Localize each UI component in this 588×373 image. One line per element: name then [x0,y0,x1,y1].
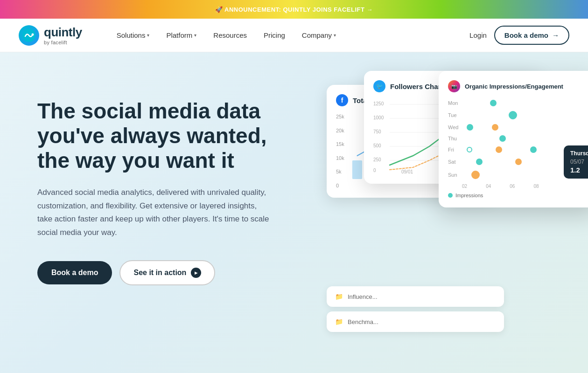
arrow-icon: → [552,31,559,39]
widget-organic-impressions: 📷 Organic Impressions/Engagement Mon Tue [439,71,588,207]
hero-title: The social media data you've always want… [37,99,299,173]
data-dot [499,135,506,142]
bottom-widgets: 📁 Influence... 📁 Benchma... [327,286,504,332]
y-axis: 25k 20k 15k 10k 5k 0 [336,114,344,188]
hero-content: The social media data you've always want… [37,90,299,285]
svg-text:09/01: 09/01 [401,169,413,174]
hero-section: The social media data you've always want… [0,52,588,373]
announcement-text: 🚀 ANNOUNCEMENT: QUINTLY JOINS FACELIFT → [215,6,373,13]
widget-title: Organic Impressions/Engagement [465,83,563,90]
logo-icon [19,25,39,46]
day-row-mon: Mon [448,100,588,106]
hero-description: Advanced social media analytics, deliver… [37,186,271,240]
widget-influence: 📁 Influence... [327,286,504,307]
day-row-wed: Wed [448,124,588,131]
data-dot [530,146,537,153]
svg-text:750: 750 [373,129,381,134]
main-nav: Solutions ▾ Platform ▾ Resources Pricing… [110,28,462,43]
tooltip-day: Thursday [570,150,588,157]
logo-subtitle: by facelift [44,40,82,45]
svg-text:250: 250 [373,157,381,162]
svg-text:1000: 1000 [373,115,384,120]
data-dot [515,159,522,165]
hero-buttons: Book a demo See it in action ▶ [37,260,299,285]
book-demo-hero-button[interactable]: Book a demo [37,261,112,284]
data-dot [490,100,497,106]
twitter-icon: 🐦 [373,80,385,92]
nav-resources[interactable]: Resources [207,28,253,43]
svg-point-1 [32,33,34,35]
chevron-down-icon: ▾ [147,33,149,38]
svg-text:1250: 1250 [373,101,384,106]
data-dot [496,146,502,153]
logo-name: quintly [44,25,82,40]
x-label: 08 [533,184,539,189]
play-icon: ▶ [191,268,201,278]
see-action-button[interactable]: See it in action ▶ [119,260,215,285]
tooltip-date: 05/07 [570,159,588,165]
folder-icon: 📁 [335,318,343,325]
legend-label: Impressions [455,193,483,198]
logo[interactable]: quintly by facelift [19,25,82,46]
data-dot [492,124,498,131]
data-dot [476,159,483,165]
data-dot [467,147,472,152]
tooltip-value: 1.2 [570,166,588,174]
nav-company[interactable]: Company ▾ [295,28,343,43]
data-dot [509,111,517,119]
header: quintly by facelift Solutions ▾ Platform… [0,19,588,52]
widget-benchmark: 📁 Benchma... [327,311,504,332]
svg-rect-2 [352,160,362,179]
svg-text:0: 0 [373,168,376,173]
instagram-icon: 📷 [448,80,460,92]
chevron-down-icon: ▾ [334,33,336,38]
facebook-icon: f [336,94,348,106]
chevron-down-icon: ▾ [194,33,196,38]
folder-icon: 📁 [335,293,343,300]
nav-platform[interactable]: Platform ▾ [160,28,203,43]
login-link[interactable]: Login [462,28,494,43]
announcement-bar[interactable]: 🚀 ANNOUNCEMENT: QUINTLY JOINS FACELIFT → [0,0,588,19]
data-dot [471,171,480,179]
widget-label: Influence... [348,293,378,300]
hero-visuals: f Total Interactions 25k 20k 15k 10k 5k … [327,71,588,360]
nav-solutions[interactable]: Solutions ▾ [110,28,156,43]
x-label: 04 [486,184,491,189]
logo-text: quintly by facelift [44,25,82,45]
svg-text:500: 500 [373,143,381,148]
widget-header: 📷 Organic Impressions/Engagement [448,80,588,92]
book-demo-button[interactable]: Book a demo → [494,26,569,45]
nav-pricing[interactable]: Pricing [257,28,292,43]
day-row-thu: Thu [448,135,588,142]
x-label: 06 [510,184,515,189]
data-dot [467,124,473,131]
widget-label: Benchma... [348,318,378,325]
day-row-tue: Tue [448,111,588,119]
data-tooltip: Thursday 05/07 1.2 [564,145,588,179]
x-label: 02 [462,184,467,189]
legend-dot [448,193,453,198]
